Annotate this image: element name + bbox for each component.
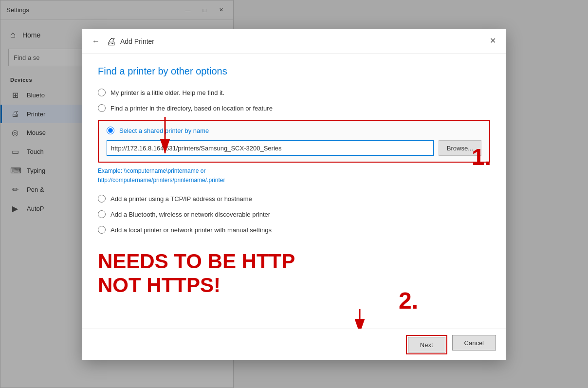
dialog-heading: Find a printer by other options	[98, 66, 490, 77]
next-button[interactable]: Next	[408, 337, 445, 352]
url-row: Browse...	[107, 140, 481, 156]
dialog-close-button[interactable]: ✕	[486, 34, 500, 47]
cancel-button[interactable]: Cancel	[452, 335, 496, 351]
radio-option-6[interactable]: Add a local printer or network printer w…	[98, 226, 490, 234]
radio-option-5[interactable]: Add a Bluetooth, wireless or network dis…	[98, 210, 490, 218]
radio-option-1[interactable]: My printer is a little older. Help me fi…	[98, 89, 490, 96]
dialog-title: Add Printer	[120, 37, 154, 45]
radio-option-4[interactable]: Add a printer using a TCP/IP address or …	[98, 195, 490, 203]
example-line2: http://computername/printers/printername…	[98, 177, 225, 184]
selected-option-box: Select a shared printer by name Browse..…	[98, 120, 490, 163]
radio-option-2[interactable]: Find a printer in the directory, based o…	[98, 104, 490, 112]
needs-http-annotation: NEEDS TO BE HTTPNOT HTTPS!	[98, 250, 295, 297]
radio-label-1[interactable]: My printer is a little older. Help me fi…	[110, 89, 224, 96]
next-button-wrapper: Next	[406, 335, 447, 354]
annotation-2: 2.	[399, 287, 418, 314]
radio-input-4[interactable]	[98, 195, 106, 203]
add-printer-dialog: ← 🖨 Add Printer ✕ Find a printer by othe…	[82, 29, 506, 360]
radio-input-6[interactable]	[98, 226, 106, 234]
dialog-overlay: ← 🖨 Add Printer ✕ Find a printer by othe…	[0, 0, 588, 388]
radio-option-3-row[interactable]: Select a shared printer by name	[107, 127, 481, 134]
dialog-back-button[interactable]: ←	[90, 35, 102, 48]
radio-label-4[interactable]: Add a printer using a TCP/IP address or …	[110, 195, 252, 203]
radio-label-3[interactable]: Select a shared printer by name	[119, 127, 209, 134]
dialog-titlebar: ← 🖨 Add Printer ✕	[82, 29, 506, 54]
dialog-footer: Next Cancel	[82, 329, 506, 360]
radio-input-5[interactable]	[98, 210, 106, 218]
printer-dialog-icon: 🖨	[107, 36, 116, 47]
radio-input-3[interactable]	[107, 127, 114, 134]
radio-input-1[interactable]	[98, 89, 106, 96]
radio-label-2[interactable]: Find a printer in the directory, based o…	[110, 105, 273, 112]
example-line1: Example: \\computername\printername or	[98, 167, 205, 174]
radio-label-6[interactable]: Add a local printer or network printer w…	[110, 226, 272, 234]
dialog-content: Find a printer by other options My print…	[82, 54, 506, 253]
example-text: Example: \\computername\printername or h…	[98, 166, 490, 185]
radio-label-5[interactable]: Add a Bluetooth, wireless or network dis…	[110, 211, 270, 218]
radio-input-2[interactable]	[98, 104, 106, 112]
annotation-1: 1.	[472, 144, 491, 170]
url-input[interactable]	[107, 140, 434, 156]
